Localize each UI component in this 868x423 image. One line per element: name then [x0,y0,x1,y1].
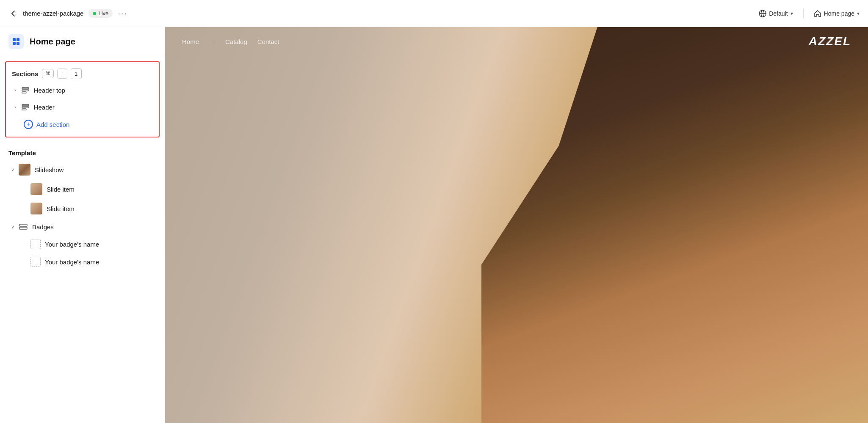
slideshow-thumb-inner [19,164,30,176]
sections-box: Sections ⌘ ↑ 1 › He [5,61,160,137]
template-item-slide-1[interactable]: Slide item [8,179,156,199]
preview-nav-links: Home — Catalog Contact [182,38,279,45]
badges-label: Badges [32,223,54,231]
homepage-label: Home page [824,10,854,17]
preview-inner: Home — Catalog Contact AZZEL [165,27,868,423]
header-top-section-icon [21,86,30,94]
layout-grid-icon [12,37,20,46]
add-section-button[interactable]: + Add section [6,115,159,133]
header-label: Header [34,104,55,111]
default-selector[interactable]: Default ▾ [759,10,793,17]
page-title: Home page [30,37,75,47]
svg-rect-5 [13,42,16,45]
more-button[interactable]: ··· [118,8,127,18]
badge-name-1-label: Your badge's name [45,241,99,248]
svg-rect-9 [22,92,26,93]
nav-link-catalog[interactable]: Catalog [225,38,247,45]
template-item-badge-1[interactable]: Your badge's name [8,235,156,253]
header-section-icon [21,103,30,111]
theme-name: theme-azzel-package [23,10,83,17]
slide-item-2-label: Slide item [47,205,75,212]
add-section-label: Add section [36,121,69,128]
template-item-slide-2[interactable]: Slide item [8,199,156,218]
nav-separator: — [209,38,215,45]
default-label: Default [769,10,788,17]
template-label: Template [8,149,156,157]
keyboard-shortcut-icon: ⌘ [42,69,54,78]
add-section-plus-icon: + [24,120,33,129]
sidebar: Home page Sections ⌘ ↑ 1 › [0,27,165,423]
svg-rect-14 [19,227,27,229]
svg-rect-10 [22,104,29,106]
arrow-up-button[interactable]: ↑ [57,69,67,79]
chevron-down-icon2: ▾ [857,11,860,16]
topbar: theme-azzel-package Live ··· Default ▾ H… [0,0,868,27]
main-layout: Home page Sections ⌘ ↑ 1 › [0,27,868,423]
topbar-right: Default ▾ Home page ▾ [759,8,860,19]
svg-rect-8 [22,90,29,91]
section-item-header-top[interactable]: › Header top [6,82,159,99]
homepage-selector[interactable]: Home page ▾ [814,10,860,17]
back-button[interactable] [8,9,18,18]
slide-thumb-inner2 [30,203,42,214]
brand-logo: AZZEL [809,35,851,48]
template-item-badge-2[interactable]: Your badge's name [8,253,156,271]
kbd-symbol: ⌘ [45,71,50,77]
slide-thumb-inner1 [30,183,42,195]
preview-panel: Home — Catalog Contact AZZEL [165,27,868,423]
preview-nav: Home — Catalog Contact AZZEL [165,27,868,56]
svg-rect-11 [22,107,29,108]
svg-rect-7 [22,88,29,89]
slide-item-1-label: Slide item [47,186,75,193]
svg-rect-12 [22,109,26,110]
home-icon [814,10,821,17]
slide-item-2-thumbnail [30,203,42,214]
svg-rect-13 [19,224,27,226]
dashed-icon-2 [30,257,41,267]
num-badge: 1 [71,68,82,79]
chevron-down-icon: ▾ [791,11,793,16]
template-item-slideshow[interactable]: ∨ Slideshow [8,160,156,179]
section-item-header[interactable]: › Header [6,99,159,115]
sections-toolbar: Sections ⌘ ↑ 1 [6,66,159,82]
svg-rect-6 [17,42,19,45]
sections-label: Sections [12,70,39,77]
header-top-label: Header top [34,87,65,94]
sidebar-icon-button[interactable] [8,34,24,49]
live-label: Live [98,10,108,16]
slideshow-thumbnail [19,164,30,176]
live-badge: Live [88,9,113,18]
chevron-down-icon4: ∨ [11,224,14,230]
live-dot [93,12,96,15]
topbar-left: theme-azzel-package Live ··· [8,8,759,18]
svg-rect-4 [17,38,19,41]
badges-icon [19,222,28,231]
chevron-right-icon2: › [14,104,16,110]
sidebar-header: Home page [0,27,165,56]
arrow-up-icon: ↑ [61,71,64,77]
nav-link-contact[interactable]: Contact [257,38,279,45]
topbar-divider [803,8,804,19]
svg-rect-3 [13,38,16,41]
template-item-badges[interactable]: ∨ Badges [8,218,156,235]
slide-item-1-thumbnail [30,183,42,195]
nav-link-home[interactable]: Home [182,38,199,45]
template-section: Template ∨ Slideshow Slide item [0,143,165,271]
preview-background [165,27,868,423]
globe-icon [759,10,766,17]
chevron-right-icon: › [14,88,16,93]
slideshow-label: Slideshow [35,166,64,173]
chevron-down-icon3: ∨ [11,167,14,173]
badge-name-2-label: Your badge's name [45,258,99,266]
dashed-icon-1 [30,239,41,249]
